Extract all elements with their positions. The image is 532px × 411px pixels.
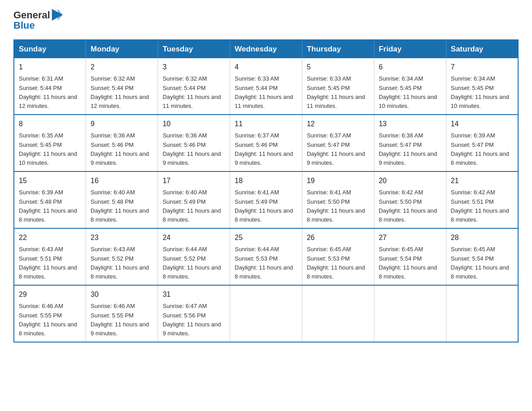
calendar-day-cell: 25 Sunrise: 6:44 AMSunset: 5:53 PMDaylig…: [230, 228, 302, 285]
day-info: Sunrise: 6:37 AMSunset: 5:47 PMDaylight:…: [307, 132, 365, 166]
day-number: 8: [19, 119, 81, 129]
logo-blue-text: Blue: [13, 20, 35, 31]
day-info: Sunrise: 6:33 AMSunset: 5:44 PMDaylight:…: [235, 75, 293, 109]
day-number: 16: [90, 176, 153, 186]
day-info: Sunrise: 6:41 AMSunset: 5:50 PMDaylight:…: [307, 189, 365, 223]
day-info: Sunrise: 6:39 AMSunset: 5:47 PMDaylight:…: [451, 132, 509, 166]
day-number: 10: [163, 119, 225, 129]
day-info: Sunrise: 6:47 AMSunset: 5:56 PMDaylight:…: [163, 303, 221, 337]
day-info: Sunrise: 6:43 AMSunset: 5:52 PMDaylight:…: [90, 246, 149, 280]
calendar-day-cell: 17 Sunrise: 6:40 AMSunset: 5:49 PMDaylig…: [158, 171, 230, 228]
calendar-day-cell: 20 Sunrise: 6:42 AMSunset: 5:50 PMDaylig…: [374, 171, 446, 228]
page-header: General Blue: [13, 9, 519, 31]
day-number: 15: [19, 176, 81, 186]
weekday-header-friday: Friday: [374, 40, 446, 58]
calendar-day-cell: 31 Sunrise: 6:47 AMSunset: 5:56 PMDaylig…: [158, 285, 230, 342]
day-info: Sunrise: 6:32 AMSunset: 5:44 PMDaylight:…: [163, 75, 221, 109]
day-info: Sunrise: 6:40 AMSunset: 5:48 PMDaylight:…: [90, 189, 149, 223]
calendar-day-cell: 16 Sunrise: 6:40 AMSunset: 5:48 PMDaylig…: [86, 171, 158, 228]
day-number: 24: [163, 232, 225, 243]
calendar-day-cell: 15 Sunrise: 6:39 AMSunset: 5:48 PMDaylig…: [14, 171, 86, 228]
weekday-header-monday: Monday: [86, 40, 158, 58]
day-info: Sunrise: 6:39 AMSunset: 5:48 PMDaylight:…: [19, 189, 77, 223]
calendar-day-cell: [302, 285, 374, 342]
calendar-day-cell: 27 Sunrise: 6:45 AMSunset: 5:54 PMDaylig…: [374, 228, 446, 285]
calendar-day-cell: 18 Sunrise: 6:41 AMSunset: 5:49 PMDaylig…: [230, 171, 302, 228]
calendar-day-cell: 2 Sunrise: 6:32 AMSunset: 5:44 PMDayligh…: [86, 58, 158, 115]
day-number: 23: [90, 232, 153, 243]
day-number: 7: [451, 62, 513, 73]
day-info: Sunrise: 6:35 AMSunset: 5:45 PMDaylight:…: [19, 132, 77, 166]
day-info: Sunrise: 6:42 AMSunset: 5:50 PMDaylight:…: [379, 189, 437, 223]
day-info: Sunrise: 6:34 AMSunset: 5:45 PMDaylight:…: [451, 75, 509, 109]
day-info: Sunrise: 6:44 AMSunset: 5:53 PMDaylight:…: [235, 246, 293, 280]
calendar-day-cell: 6 Sunrise: 6:34 AMSunset: 5:45 PMDayligh…: [374, 58, 446, 115]
day-number: 31: [163, 289, 225, 300]
day-number: 22: [19, 232, 81, 243]
calendar-day-cell: 22 Sunrise: 6:43 AMSunset: 5:51 PMDaylig…: [14, 228, 86, 285]
day-info: Sunrise: 6:42 AMSunset: 5:51 PMDaylight:…: [451, 189, 509, 223]
day-info: Sunrise: 6:36 AMSunset: 5:46 PMDaylight:…: [163, 132, 221, 166]
day-number: 27: [379, 232, 442, 243]
logo: General Blue: [13, 9, 64, 31]
day-number: 5: [307, 62, 369, 73]
day-number: 4: [235, 62, 297, 73]
day-number: 21: [451, 176, 513, 186]
calendar-day-cell: 7 Sunrise: 6:34 AMSunset: 5:45 PMDayligh…: [446, 58, 518, 115]
weekday-header-thursday: Thursday: [302, 40, 374, 58]
calendar-day-cell: 24 Sunrise: 6:44 AMSunset: 5:52 PMDaylig…: [158, 228, 230, 285]
calendar-week-row: 1 Sunrise: 6:31 AMSunset: 5:44 PMDayligh…: [14, 58, 518, 115]
day-number: 30: [90, 289, 153, 300]
calendar-day-cell: 26 Sunrise: 6:45 AMSunset: 5:53 PMDaylig…: [302, 228, 374, 285]
logo-icon: [51, 9, 64, 21]
calendar-day-cell: 14 Sunrise: 6:39 AMSunset: 5:47 PMDaylig…: [446, 115, 518, 171]
calendar-day-cell: [230, 285, 302, 342]
calendar-week-row: 15 Sunrise: 6:39 AMSunset: 5:48 PMDaylig…: [14, 171, 518, 228]
day-info: Sunrise: 6:46 AMSunset: 5:55 PMDaylight:…: [90, 303, 149, 337]
day-info: Sunrise: 6:45 AMSunset: 5:54 PMDaylight:…: [451, 246, 509, 280]
day-number: 20: [379, 176, 442, 186]
calendar-day-cell: 13 Sunrise: 6:38 AMSunset: 5:47 PMDaylig…: [374, 115, 446, 171]
calendar-day-cell: [446, 285, 518, 342]
day-info: Sunrise: 6:38 AMSunset: 5:47 PMDaylight:…: [379, 132, 437, 166]
svg-marker-1: [58, 9, 63, 21]
day-number: 2: [90, 62, 153, 73]
day-info: Sunrise: 6:40 AMSunset: 5:49 PMDaylight:…: [163, 189, 221, 223]
day-number: 6: [379, 62, 442, 73]
weekday-header-saturday: Saturday: [446, 40, 518, 58]
calendar-day-cell: 8 Sunrise: 6:35 AMSunset: 5:45 PMDayligh…: [14, 115, 86, 171]
calendar-day-cell: [374, 285, 446, 342]
weekday-header-wednesday: Wednesday: [230, 40, 302, 58]
day-number: 26: [307, 232, 369, 243]
calendar-week-row: 22 Sunrise: 6:43 AMSunset: 5:51 PMDaylig…: [14, 228, 518, 285]
calendar-day-cell: 21 Sunrise: 6:42 AMSunset: 5:51 PMDaylig…: [446, 171, 518, 228]
calendar-week-row: 8 Sunrise: 6:35 AMSunset: 5:45 PMDayligh…: [14, 115, 518, 171]
day-info: Sunrise: 6:36 AMSunset: 5:46 PMDaylight:…: [90, 132, 149, 166]
day-info: Sunrise: 6:41 AMSunset: 5:49 PMDaylight:…: [235, 189, 293, 223]
day-number: 13: [379, 119, 442, 129]
day-number: 3: [163, 62, 225, 73]
day-info: Sunrise: 6:32 AMSunset: 5:44 PMDaylight:…: [90, 75, 149, 109]
day-number: 18: [235, 176, 297, 186]
weekday-header-row: SundayMondayTuesdayWednesdayThursdayFrid…: [14, 40, 518, 58]
calendar-day-cell: 19 Sunrise: 6:41 AMSunset: 5:50 PMDaylig…: [302, 171, 374, 228]
day-number: 29: [19, 289, 81, 300]
calendar-day-cell: 9 Sunrise: 6:36 AMSunset: 5:46 PMDayligh…: [86, 115, 158, 171]
weekday-header-tuesday: Tuesday: [158, 40, 230, 58]
day-info: Sunrise: 6:43 AMSunset: 5:51 PMDaylight:…: [19, 246, 77, 280]
calendar-day-cell: 23 Sunrise: 6:43 AMSunset: 5:52 PMDaylig…: [86, 228, 158, 285]
weekday-header-sunday: Sunday: [14, 40, 86, 58]
day-info: Sunrise: 6:45 AMSunset: 5:53 PMDaylight:…: [307, 246, 365, 280]
day-number: 25: [235, 232, 297, 243]
day-info: Sunrise: 6:44 AMSunset: 5:52 PMDaylight:…: [163, 246, 221, 280]
calendar-day-cell: 4 Sunrise: 6:33 AMSunset: 5:44 PMDayligh…: [230, 58, 302, 115]
calendar-day-cell: 10 Sunrise: 6:36 AMSunset: 5:46 PMDaylig…: [158, 115, 230, 171]
day-number: 11: [235, 119, 297, 129]
calendar-day-cell: 28 Sunrise: 6:45 AMSunset: 5:54 PMDaylig…: [446, 228, 518, 285]
day-info: Sunrise: 6:34 AMSunset: 5:45 PMDaylight:…: [379, 75, 437, 109]
calendar-day-cell: 12 Sunrise: 6:37 AMSunset: 5:47 PMDaylig…: [302, 115, 374, 171]
day-info: Sunrise: 6:45 AMSunset: 5:54 PMDaylight:…: [379, 246, 437, 280]
day-info: Sunrise: 6:33 AMSunset: 5:45 PMDaylight:…: [307, 75, 365, 109]
day-number: 28: [451, 232, 513, 243]
day-number: 12: [307, 119, 369, 129]
